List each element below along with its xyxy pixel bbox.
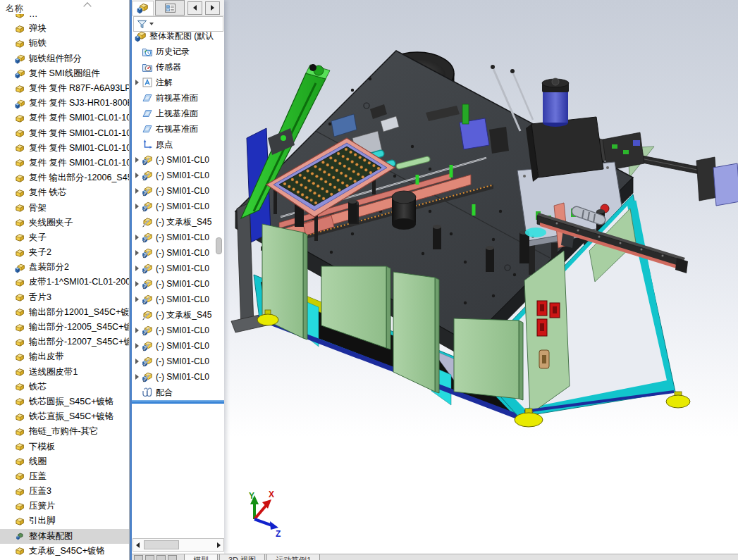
file-list-item[interactable]: 线圈 [0,454,129,469]
tree-item[interactable]: (-) SMI01-CL0 [132,323,224,338]
scroll-left-icon[interactable] [133,540,142,549]
splitter-box[interactable] [168,555,177,560]
study-tab[interactable]: 3D 视图 [219,554,265,560]
expand-arrow-icon[interactable] [132,157,142,163]
tree-nav-right-button[interactable] [205,1,220,15]
file-list-item[interactable]: 铁芯直振_S45C+镀铬 [0,409,129,424]
tree-item[interactable]: 前视基准面 [132,90,224,106]
scroll-right-icon[interactable] [214,540,223,549]
tree-item[interactable]: (-) 支承板_S45 [132,307,224,323]
collapse-caret-icon[interactable] [85,1,91,8]
study-tab[interactable]: 模型 [184,554,218,560]
file-list-item[interactable]: 送线圈皮带1 [0,365,129,380]
file-list-item[interactable]: 轭铁 [0,36,129,51]
tab-propertymanager[interactable] [155,0,185,15]
expand-arrow-icon[interactable] [132,328,142,333]
file-list-item[interactable]: 弹块 [0,21,129,36]
file-list-item[interactable]: 夹子2 [0,245,129,260]
file-list-item[interactable]: 复件 输出部分-12006_S45C [0,170,129,185]
expand-arrow-icon[interactable] [132,343,142,349]
file-list-item[interactable]: 复件 铁芯 [0,185,129,200]
file-list-item[interactable]: 夹线圈夹子 [0,216,129,230]
tree-item[interactable]: (-) SMI01-CL0 [132,152,224,168]
file-list-item[interactable]: 输出部分12001_S45C+镀铬 [0,305,129,320]
file-list-item[interactable]: 复件 SMI线圈组件 [0,66,129,81]
casm-icon [142,294,153,305]
expand-arrow-icon[interactable] [132,250,142,256]
expand-arrow-icon[interactable] [132,235,142,240]
file-list-item[interactable]: 输出部分-12005_S45C+镀铬 [0,320,129,335]
file-list-item[interactable]: 压盖 [0,469,129,484]
file-list-item[interactable]: 复件 复件 SJ3-HR01-800E^ [0,96,129,111]
tree-root-item[interactable]: 整体装配图 (默认 [132,28,224,44]
splitter-box[interactable] [156,555,166,560]
tree-item[interactable]: 传感器 [132,59,224,75]
expand-arrow-icon[interactable] [132,359,142,364]
splitter-box[interactable] [145,555,154,560]
tree-item[interactable]: 原点 [132,137,224,152]
file-list-item[interactable]: 引出脚 [0,514,129,528]
file-list-item[interactable]: 铁芯 [0,380,129,394]
triad-z-label: Z [276,529,281,539]
file-list-item[interactable]: 复件 复件 SMI01-CL01-100 [0,141,129,156]
tree-item[interactable]: 上视基准面 [132,106,224,121]
file-list-item[interactable]: 复件 复件 SMI01-CL01-100 [0,126,129,141]
tree-item[interactable]: (-) SMI01-CL0 [132,168,224,183]
expand-arrow-icon[interactable] [132,188,142,194]
study-tab[interactable]: 运动算例1 [266,554,320,560]
file-list-item[interactable]: 输出部分-12007_S45C+镀铬 [0,335,129,349]
expand-arrow-icon[interactable] [132,374,142,380]
tree-item[interactable]: (-) SMI01-CL0 [132,292,224,307]
expand-arrow-icon[interactable] [132,80,142,85]
tree-item[interactable]: 右视基准面 [132,121,224,137]
expand-arrow-icon[interactable] [132,281,142,287]
file-list-item[interactable]: 皮带1-1^SMI01-CL01-200 [0,275,129,290]
expand-arrow-icon[interactable] [132,173,142,178]
expand-arrow-icon[interactable] [132,266,142,271]
tree-item[interactable]: (-) SMI01-CL0 [132,338,224,354]
file-list-item[interactable]: 压簧片 [0,499,129,514]
tree-item[interactable]: (-) SMI01-CL0 [132,183,224,199]
file-item-label: 输出部分-12005_S45C+镀铬 [29,321,129,333]
file-list-item[interactable]: 盘装部分2 [0,260,129,275]
tree-item[interactable]: 历史记录 [132,44,224,59]
file-list-item[interactable]: 支承板_S45C+镀铬 [0,544,129,559]
tree-item[interactable]: 注解 [132,75,224,90]
file-list-item[interactable]: 夹子 [0,230,129,245]
tree-scrollbar-thumb[interactable] [216,237,222,254]
tree-item[interactable]: (-) SMI01-CL0 [132,354,224,369]
file-list-item[interactable]: 复件 复件 SMI01-CL01-100 [0,111,129,125]
file-list-item[interactable]: 压盖3 [0,484,129,499]
feature-tree: 整体装配图 (默认历史记录传感器注解前视基准面上视基准面右视基准面原点(-) S… [132,28,224,400]
tree-item[interactable]: (-) SMI01-CL0 [132,199,224,214]
tree-item[interactable]: (-) SMI01-CL0 [132,369,224,385]
splitter-box[interactable] [134,555,143,560]
tree-nav-left-button[interactable] [187,1,202,15]
hscroll-thumb[interactable] [144,540,179,549]
file-list-item[interactable]: 铁芯圆振_S45C+镀铬 [0,394,129,409]
file-list-item[interactable]: 骨架 [0,200,129,215]
panel-divider[interactable] [130,0,132,560]
tree-item[interactable]: (-) SMI01-CL0 [132,261,224,276]
tree-item[interactable]: (-) SMI01-CL0 [132,276,224,292]
tree-item[interactable]: (-) SMI01-CL0 [132,245,224,261]
tree-item[interactable]: (-) 支承板_S45 [132,214,224,230]
tab-featuremanager[interactable] [132,1,154,15]
file-list-item[interactable]: 整体装配图 [0,529,129,544]
tree-item[interactable]: (-) SMI01-CL0 [132,230,224,245]
expand-arrow-icon[interactable] [132,297,142,302]
file-list-item[interactable]: 复件 复件 SMI01-CL01-100 [0,156,129,170]
file-list-item[interactable]: … [0,14,129,21]
file-list-item[interactable]: 舌片3 [0,290,129,305]
filter-dropdown-icon[interactable] [149,23,154,25]
file-list-item[interactable]: 下模板 [0,439,129,454]
file-list-header[interactable]: 名称 [0,0,129,14]
file-list-item[interactable]: 输出皮带 [0,349,129,364]
expand-arrow-icon[interactable] [132,204,142,209]
file-list-item[interactable]: 拖链_市购件-其它 [0,424,129,439]
tree-item[interactable]: 配合 [132,385,224,400]
tree-splitter-bar[interactable] [132,400,224,404]
tree-horizontal-scrollbar[interactable] [133,538,224,552]
file-list-item[interactable]: 轭铁组件部分 [0,51,129,66]
file-list-item[interactable]: 复件 复件 R87F-A6A93LP(R [0,81,129,96]
